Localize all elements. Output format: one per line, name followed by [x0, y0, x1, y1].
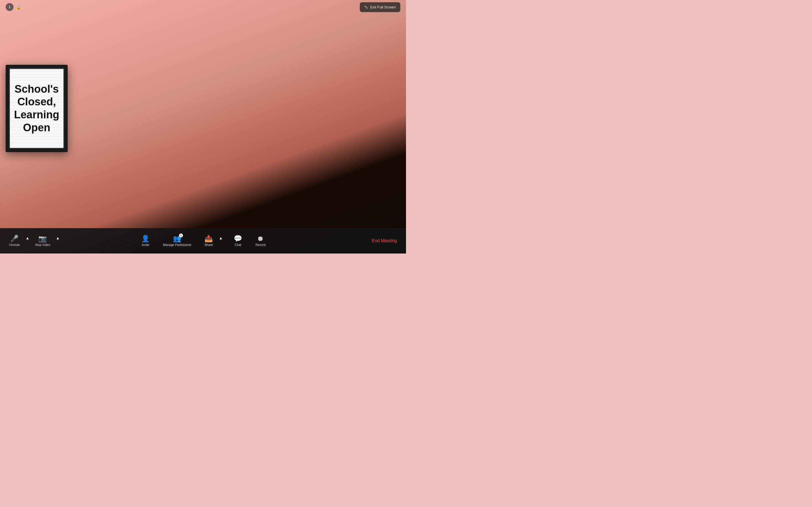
record-icon: ⏺ — [257, 235, 264, 242]
toolbar-center: 👤 Invite 👥 1 Manage Participants 📤 Share… — [137, 233, 269, 248]
unmute-button[interactable]: 🎤 Unmute — [6, 233, 23, 248]
video-chevron-button[interactable]: ▲ — [55, 235, 61, 241]
bottom-toolbar: 🎤 Unmute ▲ 📷 Stop Video ▲ 👤 Invite 👥 — [0, 228, 406, 253]
participants-icon: 👥 1 — [173, 235, 181, 242]
microphone-slash-icon: 🎤 — [10, 235, 18, 242]
letterboard-sign: School's Closed, Learning Open — [6, 65, 68, 152]
top-bar: i 🔒 ⤡ Exit Full Screen — [0, 0, 406, 14]
share-icon: 📤 — [204, 235, 213, 242]
exit-fullscreen-icon: ⤡ — [364, 4, 368, 10]
chat-icon: 💬 — [234, 235, 242, 242]
invite-icon: 👤 — [141, 235, 150, 242]
top-left-icons: i 🔒 — [6, 3, 22, 11]
share-button[interactable]: 📤 Share — [200, 233, 217, 248]
letterboard-text: School's Closed, Learning Open — [11, 80, 62, 137]
invite-button[interactable]: 👤 Invite — [137, 233, 154, 248]
toolbar-left: 🎤 Unmute ▲ 📷 Stop Video ▲ — [6, 233, 61, 248]
exit-fullscreen-button[interactable]: ⤡ Exit Full Screen — [360, 2, 400, 12]
stop-video-button[interactable]: 📷 Stop Video — [32, 233, 54, 248]
participants-count-badge: 1 — [179, 233, 183, 237]
manage-participants-button[interactable]: 👥 1 Manage Participants — [160, 233, 195, 248]
lock-icon: 🔒 — [15, 4, 22, 10]
main-video-area: School's Closed, Learning Open i 🔒 ⤡ Exi… — [0, 0, 406, 253]
end-meeting-button[interactable]: End Meeting — [368, 236, 400, 245]
letterboard-panel: School's Closed, Learning Open — [0, 0, 73, 228]
info-icon[interactable]: i — [6, 3, 13, 11]
record-button[interactable]: ⏺ Record — [252, 233, 269, 248]
chat-button[interactable]: 💬 Chat — [230, 233, 246, 248]
camera-icon: 📷 — [38, 235, 47, 242]
share-chevron-button[interactable]: ▲ — [218, 235, 224, 241]
audio-chevron-button[interactable]: ▲ — [24, 235, 31, 241]
toolbar-right: End Meeting — [368, 236, 400, 245]
video-background: School's Closed, Learning Open — [0, 0, 406, 253]
